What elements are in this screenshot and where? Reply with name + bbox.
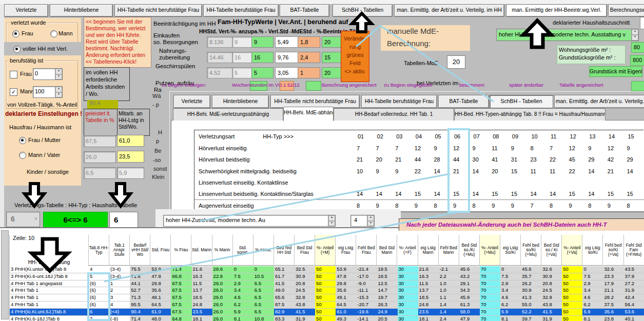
table-cell[interactable]: 4 PHH Tab 1 angepasst <box>10 280 90 288</box>
table-cell[interactable]: 18.5 <box>377 273 398 280</box>
table-cell[interactable]: 8.1 <box>233 316 255 321</box>
hh-typ-spinner[interactable]: ▲▼ <box>367 215 374 226</box>
table-cell[interactable]: 7.5 <box>582 273 604 280</box>
table-cell[interactable]: 24.5 <box>541 287 563 294</box>
table-cell[interactable]: 52.2 <box>521 309 542 316</box>
table-cell[interactable]: 70 <box>480 294 501 302</box>
eigenheim-badge[interactable]: Grundstück mit Eigenheim <box>589 66 642 77</box>
tab-schbh-tabellen[interactable]: SchBH - Tabellen <box>333 4 393 17</box>
table-cell[interactable]: 58.0 <box>459 309 481 316</box>
table-cell[interactable]: -15.3 <box>356 294 378 302</box>
table-cell[interactable]: 32.8 <box>541 294 563 302</box>
table-cell[interactable]: 67.5 <box>171 302 192 309</box>
table-cell[interactable]: 21.6 <box>418 266 440 273</box>
table-cell[interactable]: -20.7 <box>356 302 378 309</box>
table-cell[interactable]: 37.9 <box>624 273 644 280</box>
table-cell[interactable]: 4.6 <box>582 294 604 302</box>
table-cell[interactable]: 71.6 <box>130 273 151 280</box>
table-cell[interactable]: 70 <box>480 273 501 280</box>
table-cell[interactable]: 70 <box>480 287 501 294</box>
table-cell[interactable]: 4.6 <box>233 294 255 302</box>
spin-up-icon[interactable]: ▲ <box>367 215 374 221</box>
table-cell[interactable]: 64.5 <box>336 302 357 309</box>
table-cell[interactable]: 30 <box>398 287 419 294</box>
table-cell[interactable]: 19.5 <box>377 266 398 273</box>
table-cell[interactable]: 6 <box>89 309 110 316</box>
table-cell[interactable]: 5.9 <box>500 309 522 316</box>
table-cell[interactable]: 26.2 <box>521 280 542 288</box>
radio-mann-vater[interactable] <box>19 152 26 159</box>
table-cell[interactable]: 31.9 <box>624 287 644 294</box>
table-cell[interactable]: 56.4 <box>624 302 644 309</box>
table-cell[interactable]: 26.0 <box>212 294 234 302</box>
table-cell[interactable]: -2.1 <box>439 266 460 273</box>
table-cell[interactable]: 6.2 <box>500 302 522 309</box>
tab-hh-tabelle-berufstätige-frau[interactable]: HH-Tabelle berufstätige Frau <box>203 4 279 17</box>
tab-hh-tabelle-nicht-berufstätige-frau[interactable]: HH-Tabelle nicht berufstätige Frau <box>114 4 202 17</box>
table-cell[interactable]: -11.1 <box>356 287 378 294</box>
table-cell[interactable]: 17.9 <box>603 280 625 288</box>
radio-frau[interactable] <box>12 30 19 37</box>
spin-up-icon[interactable]: ▲ <box>55 87 62 92</box>
table-cell[interactable]: 3.4 <box>500 287 522 294</box>
spin-down-icon[interactable]: ▼ <box>367 221 374 227</box>
table-cell[interactable]: 47.8 <box>336 273 357 280</box>
table-cell[interactable]: 1.4 <box>439 302 460 309</box>
table-cell[interactable]: 50 <box>315 273 337 280</box>
tab-bat-tabelle[interactable]: BAT-Tabelle <box>438 95 489 108</box>
table-cell[interactable]: 41.3 <box>521 294 542 302</box>
scrollbar-track[interactable] <box>1 230 9 319</box>
table-cell[interactable]: 70 <box>480 316 501 321</box>
table-cell[interactable]: 3 PHH(Ki.unter 6 J.)Tab 8 <box>10 266 90 273</box>
table-cell[interactable]: 32.6 <box>603 266 625 273</box>
spin-up-icon[interactable]: ▲ <box>632 29 638 35</box>
table-cell[interactable]: 50 <box>315 316 337 321</box>
table-cell[interactable]: 0 <box>582 266 604 273</box>
table-cell[interactable]: 55.0 <box>521 302 542 309</box>
table-cell[interactable]: 4.6 <box>500 294 522 302</box>
table-cell[interactable]: 47.9 <box>459 316 481 321</box>
table-cell[interactable]: 4 PHH(iü.Ki.unt.6J.)Tab.8 <box>10 309 90 316</box>
table-cell[interactable]: 18.5 <box>418 294 440 302</box>
table-cell[interactable]: 23.5 <box>418 309 440 316</box>
table-cell[interactable]: 6.5 <box>253 294 275 302</box>
table-cell[interactable]: (3-4) <box>109 266 131 273</box>
table-cell[interactable]: 18.1 <box>192 316 213 321</box>
table-cell[interactable]: 47.8 <box>150 273 172 280</box>
frau-spin-buttons[interactable]: ▲▼ <box>55 69 62 79</box>
table-cell[interactable]: 7.5 <box>500 273 522 280</box>
table-cell[interactable]: 39.7 <box>521 316 542 321</box>
table-cell[interactable]: -14.1 <box>356 316 378 321</box>
tab-hinterbliebene[interactable]: Hinterbliebene <box>50 4 113 17</box>
table-cell[interactable]: 4 PHH Tab 1 <box>10 302 90 309</box>
table-cell[interactable]: 41.5 <box>541 309 563 316</box>
table-cell[interactable]: 26.0 <box>212 287 234 294</box>
table-cell[interactable]: 30 <box>398 316 419 321</box>
tab-hh-bed-hh-typen-abhängig-tab-8-frau-hausfrau-hausmann[interactable]: HH-Bed. HH-Typen-abhängig Tab. 8 !! Frau… <box>454 108 606 121</box>
table-cell[interactable]: 10.5 <box>253 273 275 280</box>
table-cell[interactable]: 18.5 <box>192 294 213 302</box>
table-cell[interactable]: 24.5 <box>295 287 316 294</box>
table-cell[interactable]: 90.4 <box>130 309 151 316</box>
table-cell[interactable]: 43.2 <box>459 273 481 280</box>
table-cell[interactable]: 45.6 <box>459 266 481 273</box>
table-cell[interactable]: (6) <box>89 302 110 309</box>
table-cell[interactable]: 70 <box>480 280 501 288</box>
impairment-field-0-2[interactable]: 9 <box>251 36 274 48</box>
checkbox-frau[interactable] <box>10 71 17 78</box>
table-cell[interactable]: (6) <box>89 280 110 288</box>
table-cell[interactable]: 6.5 <box>253 287 275 294</box>
table-cell[interactable]: 26.0 <box>212 316 234 321</box>
table-cell[interactable]: 6.2 <box>582 302 604 309</box>
table-cell[interactable]: 4 <box>89 266 110 273</box>
table-cell[interactable]: 8.1 <box>582 316 604 321</box>
tab-schbh-tabellen[interactable]: SchBH - Tabellen <box>490 95 553 108</box>
table-cell[interactable]: 16.3 <box>192 273 213 280</box>
table-cell[interactable]: 43.5 <box>624 266 644 273</box>
table-cell[interactable]: 6.5 <box>253 280 275 288</box>
table-cell[interactable]: 41.5 <box>274 280 296 288</box>
table-cell[interactable]: 70 <box>480 266 501 273</box>
table-cell[interactable]: 82.9 <box>274 309 296 316</box>
table-cell[interactable]: 50 <box>562 309 583 316</box>
tab-hh-behi-mde-abhängig[interactable]: HH-Behi. MdE-abhängig <box>283 107 334 121</box>
